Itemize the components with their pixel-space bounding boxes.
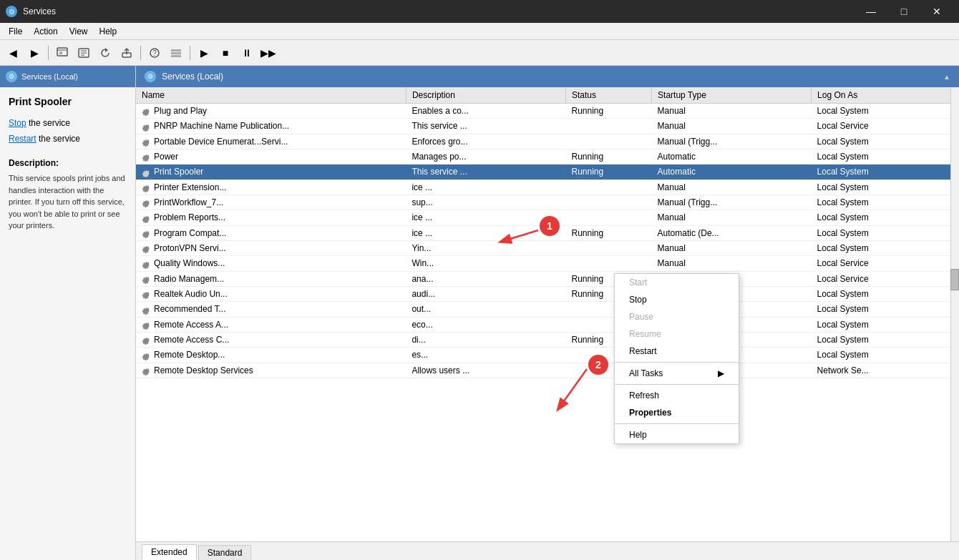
scrollbar-thumb[interactable] — [950, 269, 959, 290]
cell-description: ice ... — [406, 180, 565, 195]
table-row[interactable]: Print Spooler This service ... Running A… — [136, 164, 959, 180]
table-row[interactable]: Remote Access A... eco... Manual Local S… — [136, 317, 959, 332]
cell-name: PNRP Machine Name Publication... — [136, 119, 406, 134]
table-row[interactable]: Power Manages po... Running Automatic Lo… — [136, 149, 959, 164]
sidebar-header: ⚙ Services (Local) — [0, 66, 135, 87]
stop-label-suffix: the service — [26, 118, 70, 128]
table-row[interactable]: Remote Desktop... es... Manual Local Sys… — [136, 348, 959, 363]
table-row[interactable]: Program Compat... ice ... Running Automa… — [136, 225, 959, 240]
cell-logon: Local System — [812, 317, 959, 332]
sidebar-detail: Print Spooler Stop the service Restart t… — [0, 87, 135, 560]
cell-logon: Local System — [812, 149, 959, 164]
cell-name: Radio Managem... — [136, 271, 406, 286]
cell-startup: Manual — [652, 104, 812, 119]
close-button[interactable]: ✕ — [920, 0, 953, 23]
svg-rect-14 — [171, 55, 181, 57]
cell-status — [565, 195, 651, 210]
title-bar: ⚙ Services — □ ✕ — [0, 0, 959, 23]
col-header-status[interactable]: Status — [565, 87, 651, 104]
cell-logon: Local System — [812, 332, 959, 347]
cell-logon: Local System — [812, 240, 959, 255]
cell-description: Allows users ... — [406, 363, 565, 378]
stop-button[interactable]: ■ — [215, 43, 235, 63]
service-description: This service spools print jobs and handl… — [9, 172, 127, 232]
table-row[interactable]: Portable Device Enumerat...Servi... Enfo… — [136, 134, 959, 149]
cell-logon: Local Service — [812, 119, 959, 134]
minimize-button[interactable]: — — [855, 0, 887, 23]
sidebar-actions: Stop the service Restart the service — [9, 116, 127, 147]
cell-logon: Local System — [812, 164, 959, 180]
col-header-startup[interactable]: Startup Type — [652, 87, 812, 104]
cell-status: Running — [565, 164, 651, 180]
cell-description: This service ... — [406, 164, 565, 180]
cell-name: Problem Reports... — [136, 210, 406, 225]
context-menu-properties[interactable]: Properties — [615, 404, 739, 421]
cell-description: Enforces gro... — [406, 134, 565, 149]
properties-list-button[interactable] — [74, 43, 94, 63]
back-button[interactable]: ◀ — [3, 43, 23, 63]
context-menu-refresh[interactable]: Refresh — [615, 387, 739, 404]
menu-file[interactable]: File — [3, 25, 28, 38]
table-row[interactable]: PrintWorkflow_7... sup... Manual (Trigg.… — [136, 195, 959, 210]
menu-action[interactable]: Action — [28, 25, 63, 38]
table-row[interactable]: Realtek Audio Un... audi... Running Auto… — [136, 286, 959, 301]
table-row[interactable]: ProtonVPN Servi... Yin... Manual Local S… — [136, 240, 959, 255]
context-menu-sep-1 — [615, 362, 739, 363]
svg-rect-2 — [59, 51, 62, 54]
table-row[interactable]: Remote Access C... di... Running Automat… — [136, 332, 959, 347]
cell-description: Win... — [406, 256, 565, 271]
stop-link[interactable]: Stop — [9, 118, 26, 128]
table-row[interactable]: Printer Extension... ice ... Manual Loca… — [136, 180, 959, 195]
cell-name: Power — [136, 149, 406, 164]
table-row[interactable]: Remote Desktop Services Allows users ...… — [136, 363, 959, 378]
context-menu-start[interactable]: Start — [615, 274, 739, 291]
table-row[interactable]: PNRP Machine Name Publication... This se… — [136, 119, 959, 134]
restart-link[interactable]: Restart — [9, 134, 36, 144]
play-button[interactable]: ▶ — [194, 43, 214, 63]
table-row[interactable]: Recommended T... out... Manual Local Sys… — [136, 302, 959, 317]
export-button[interactable] — [117, 43, 137, 63]
restart-service-action[interactable]: Restart the service — [9, 132, 127, 147]
cell-description: sup... — [406, 195, 565, 210]
menu-help[interactable]: Help — [94, 25, 123, 38]
pause-button[interactable]: ⏸ — [237, 43, 257, 63]
cell-description: ice ... — [406, 225, 565, 240]
context-menu-resume[interactable]: Resume — [615, 325, 739, 343]
context-menu-all-tasks[interactable]: All Tasks ▶ — [615, 365, 739, 382]
context-menu-stop[interactable]: Stop — [615, 291, 739, 308]
context-menu-restart[interactable]: Restart — [615, 343, 739, 360]
services-table-container[interactable]: Name Description Status Startup Type Log… — [136, 87, 959, 541]
col-header-logon[interactable]: Log On As — [812, 87, 959, 104]
show-console-button[interactable] — [52, 43, 72, 63]
table-row[interactable]: Problem Reports... ice ... Manual Local … — [136, 210, 959, 225]
scrollbar-track[interactable] — [950, 87, 959, 541]
menu-bar: File Action View Help — [0, 23, 959, 40]
maximize-button[interactable]: □ — [887, 0, 920, 23]
cell-status — [565, 210, 651, 225]
resume-button[interactable]: ▶▶ — [258, 43, 278, 63]
table-row[interactable]: Radio Managem... ana... Running Manual L… — [136, 271, 959, 286]
sidebar-header-title: Services (Local) — [21, 72, 78, 81]
refresh-button[interactable] — [95, 43, 115, 63]
context-menu-sep-3 — [615, 423, 739, 424]
col-header-name[interactable]: Name — [136, 87, 406, 104]
cell-description: Enables a co... — [406, 104, 565, 119]
help-button[interactable]: ? — [145, 43, 165, 63]
context-menu-pause[interactable]: Pause — [615, 308, 739, 325]
table-row[interactable]: Plug and Play Enables a co... Running Ma… — [136, 104, 959, 119]
menu-view[interactable]: View — [64, 25, 94, 38]
view-toggle-button[interactable] — [166, 43, 186, 63]
svg-marker-7 — [105, 48, 108, 52]
app-icon: ⚙ — [6, 6, 17, 17]
cell-name: PrintWorkflow_7... — [136, 195, 406, 210]
tab-standard[interactable]: Standard — [198, 545, 252, 560]
window-title: Services — [23, 6, 855, 16]
stop-service-action[interactable]: Stop the service — [9, 116, 127, 132]
cell-status — [565, 119, 651, 134]
tab-extended[interactable]: Extended — [142, 544, 197, 560]
context-menu-help[interactable]: Help — [615, 426, 739, 443]
table-row[interactable]: Quality Windows... Win... Manual Local S… — [136, 256, 959, 271]
col-header-description[interactable]: Description — [406, 87, 565, 104]
cell-logon: Local Service — [812, 271, 959, 286]
forward-button[interactable]: ▶ — [24, 43, 44, 63]
